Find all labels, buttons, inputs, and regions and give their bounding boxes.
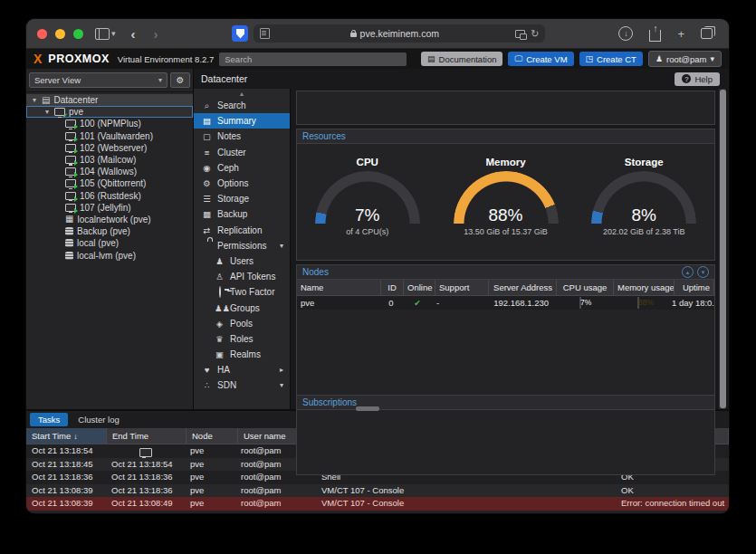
tree-item-vm-106[interactable]: 106 (Rustdesk) (26, 190, 193, 202)
chevron-up-circle-icon[interactable]: ▴ (682, 266, 694, 278)
tree-item-vm-101[interactable]: 101 (Vaultwarden) (26, 130, 193, 142)
minimize-window-button[interactable] (55, 29, 65, 39)
expand-arrow-icon[interactable]: ▸ (280, 366, 283, 374)
menu-item-roles[interactable]: ♛Roles (194, 331, 290, 347)
zoom-window-button[interactable] (73, 29, 83, 39)
vm-running-icon (65, 144, 76, 152)
menu-item-ceph[interactable]: ◉Ceph (194, 160, 290, 176)
menu-item-groups[interactable]: ♟♟Groups (194, 300, 290, 315)
menu-item-search[interactable]: ⌕Search (194, 98, 290, 113)
expand-arrow-icon[interactable]: ▾ (280, 242, 283, 250)
memory-gauge-sub: 13.50 GiB of 15.37 GiB (438, 227, 574, 236)
online-check-icon: ✔ (414, 299, 421, 308)
roles-icon: ♛ (215, 334, 225, 344)
backup-icon: ▦ (202, 209, 212, 219)
nodes-table-header[interactable]: Name ID Online Support Server Address CP… (297, 280, 714, 296)
downloads-button[interactable]: ↓ (613, 26, 638, 41)
scrolled-panel (296, 91, 715, 125)
tree-item-vm-107[interactable]: 107 (Jellyfin) (26, 202, 193, 214)
tab-cluster-log[interactable]: Cluster log (70, 413, 127, 426)
menu-scroll-up-icon[interactable]: ▴ (194, 90, 290, 98)
menu-item-permissions[interactable]: Permissions▾ (194, 238, 290, 253)
menu-item-ha[interactable]: ♥HA▸ (194, 362, 290, 377)
share-icon (649, 30, 661, 42)
global-search-input[interactable] (219, 53, 407, 66)
menu-item-replication[interactable]: ⇄Replication (194, 223, 290, 238)
book-icon: ▤ (427, 54, 435, 63)
share-button[interactable] (644, 26, 666, 42)
tree-item-vm-102[interactable]: 102 (Webserver) (26, 142, 193, 154)
back-button[interactable]: ‹ (125, 26, 142, 42)
vm-running-icon (65, 119, 76, 128)
nodes-table-row[interactable]: pve 0 ✔ - 192.168.1.230 7% 88% 1 day 18:… (297, 296, 714, 310)
reload-icon[interactable]: ↻ (531, 28, 539, 40)
tree-item-vm-104[interactable]: 104 (Wallows) (26, 166, 193, 177)
lock-icon (350, 33, 357, 37)
expand-arrow-icon[interactable]: ▾ (280, 381, 283, 389)
user-menu-button[interactable]: ♟root@pam▾ (648, 51, 722, 67)
new-tab-button[interactable]: + (672, 27, 690, 41)
tree-item-storage-backup[interactable]: Backup (pve) (26, 225, 193, 237)
sidebar-toggle-button[interactable]: ▾ (91, 26, 120, 42)
nodes-panel-header: Nodes ▴ ▾ (297, 265, 714, 280)
menu-item-two-factor[interactable]: Two Factor (194, 284, 290, 300)
tree-item-vm-103[interactable]: 103 (Mailcow) (26, 154, 193, 166)
bitwarden-extension-icon[interactable] (232, 25, 248, 42)
tree-item-datacenter[interactable]: ▾▤Datacenter (26, 94, 193, 106)
resource-tree-panel: Server View▾ ⚙ ▾▤Datacenter ▾pve 100 (NP… (26, 69, 194, 409)
tree-item-storage-local-lvm[interactable]: local-lvm (pve) (26, 249, 193, 261)
tree-item-storage-local[interactable]: local (pve) (26, 237, 193, 249)
menu-item-summary[interactable]: ▤Summary (194, 113, 290, 129)
content-scrollbar[interactable] (719, 89, 726, 409)
cpu-gauge: CPU 7% of 4 CPU(s) (300, 151, 435, 236)
create-vm-button[interactable]: 🖵Create VM (508, 52, 573, 66)
menu-item-realms[interactable]: ▣Realms (194, 347, 290, 362)
close-window-button[interactable] (37, 29, 47, 39)
tab-tasks[interactable]: Tasks (30, 413, 68, 426)
menu-item-sdn[interactable]: ∴SDN▾ (194, 377, 290, 393)
tree-settings-button[interactable]: ⚙ (170, 72, 190, 88)
pools-icon: ◈ (215, 319, 225, 329)
forward-button[interactable]: › (148, 26, 165, 42)
page-settings-icon[interactable] (260, 28, 270, 39)
datacenter-icon: ▤ (42, 96, 50, 105)
tree-item-localnetwork[interactable]: ▦localnetwork (pve) (26, 214, 193, 225)
tree-item-node-pve[interactable]: ▾pve (26, 106, 193, 118)
scrollbar-thumb[interactable] (720, 90, 726, 408)
menu-item-users[interactable]: ♟Users (194, 253, 290, 269)
chevron-down-circle-icon[interactable]: ▾ (697, 266, 709, 278)
address-bar[interactable]: pve.keiminem.com ↻ (254, 24, 545, 43)
menu-item-cluster[interactable]: ≡Cluster (194, 145, 290, 160)
key-icon (219, 286, 221, 298)
create-ct-button[interactable]: ◳Create CT (579, 52, 643, 66)
vm-running-icon (65, 179, 76, 187)
active-console-icon (139, 448, 152, 457)
view-selector-dropdown[interactable]: Server View▾ (29, 72, 167, 88)
menu-item-api-tokens[interactable]: ♙API Tokens (194, 269, 290, 284)
tab-overview-button[interactable] (695, 28, 718, 39)
menu-item-notes[interactable]: ▢Notes (194, 129, 290, 144)
storage-gauge: Storage 8% 202.02 GiB of 2.38 TiB (576, 151, 712, 236)
menu-item-options[interactable]: ⚙Options (194, 176, 290, 191)
storage-icon: ☰ (202, 194, 212, 204)
task-row-error[interactable]: Oct 21 13:08:39 Oct 21 13:08:49 pve root… (26, 497, 729, 511)
caret-icon[interactable]: ▾ (31, 96, 38, 104)
tree-item-vm-100[interactable]: 100 (NPMPlus) (26, 118, 193, 129)
menu-item-pools[interactable]: ◈Pools (194, 316, 290, 331)
storage-gauge-sub: 202.02 GiB of 2.38 TiB (576, 227, 712, 236)
task-row[interactable]: Oct 21 13:08:39 Oct 21 13:18:36 pve root… (26, 484, 729, 498)
help-button[interactable]: ?Help (675, 72, 720, 86)
proxmox-brand: PROXMOX (48, 53, 109, 65)
caret-icon[interactable]: ▾ (43, 108, 51, 116)
documentation-button[interactable]: ▤Documentation (421, 52, 502, 66)
menu-item-storage[interactable]: ☰Storage (194, 191, 290, 206)
tree-item-vm-105[interactable]: 105 (Qbittorrent) (26, 177, 193, 189)
gear-icon: ⚙ (202, 178, 212, 188)
translate-icon[interactable] (515, 30, 525, 38)
menu-item-backup[interactable]: ▦Backup (194, 206, 290, 222)
proxmox-logo-icon: X (33, 52, 42, 66)
resources-panel: Resources CPU 7% of 4 CPU(s) Memory 88% … (296, 129, 715, 261)
panel-splitter-handle[interactable] (356, 406, 379, 411)
vm-running-icon (65, 192, 76, 200)
cpu-gauge-value: 7% (315, 205, 420, 224)
